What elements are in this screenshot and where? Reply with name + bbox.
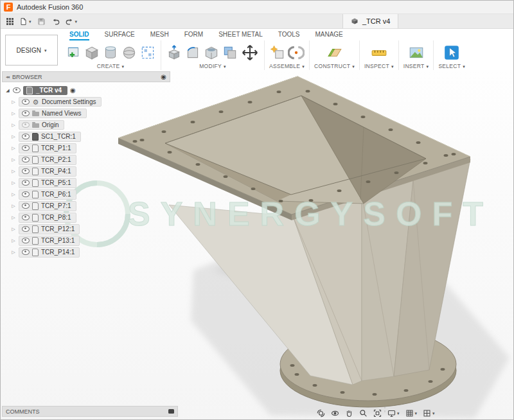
comments-bar[interactable]: COMMENTS: [2, 406, 178, 417]
new-file-icon[interactable]: ▾: [19, 17, 31, 26]
tab-tools[interactable]: TOOLS: [278, 31, 300, 40]
viewport-canvas[interactable]: SYNERGYSOFT ◂◂ BROWSER ◉ ◢ _TCR v4 ◉: [1, 70, 513, 419]
assemble-new-component-icon[interactable]: [269, 44, 286, 61]
document-tab-label: _TCR v4: [362, 17, 390, 25]
expanded-icon[interactable]: ◢: [5, 88, 10, 93]
expand-icon[interactable]: ▷: [11, 111, 16, 116]
viewports-icon[interactable]: ▾: [423, 409, 435, 417]
visibility-eye-icon[interactable]: [22, 203, 30, 209]
expand-icon[interactable]: ▷: [11, 123, 16, 128]
expand-icon[interactable]: ▷: [11, 169, 16, 174]
panel-options-icon[interactable]: ◉: [161, 74, 166, 80]
document-tab[interactable]: _TCR v4: [342, 14, 398, 28]
tab-form[interactable]: FORM: [184, 31, 203, 40]
design-menu-button[interactable]: DESIGN ▾: [5, 35, 58, 66]
expand-icon[interactable]: ▷: [11, 157, 16, 162]
create-cylinder-icon[interactable]: [102, 44, 119, 61]
chevron-down-icon: ▾: [224, 64, 226, 69]
tab-manage[interactable]: MANAGE: [315, 31, 342, 40]
browser-item[interactable]: ▷ TCR_P7:1: [11, 200, 170, 211]
ribbon-tabs: SOLID SURFACE MESH FORM SHEET METAL TOOL…: [60, 29, 513, 40]
group-create: CREATE▾: [60, 40, 161, 71]
visibility-eye-icon[interactable]: [22, 110, 30, 116]
save-icon[interactable]: [37, 17, 46, 26]
comment-bubble-icon[interactable]: [168, 409, 174, 414]
insert-image-icon[interactable]: [408, 44, 425, 61]
browser-item[interactable]: ▷ TCR_P1:1: [11, 143, 170, 153]
item-type-icon: [32, 191, 39, 198]
create-box-icon[interactable]: [84, 44, 100, 61]
browser-item[interactable]: ▷ TCR_P5:1: [11, 177, 170, 188]
browser-header[interactable]: ◂◂ BROWSER ◉: [2, 71, 170, 82]
browser-item[interactable]: ▷ Named Views: [11, 108, 170, 119]
modify-shell-icon[interactable]: [203, 44, 220, 61]
visibility-eye-icon[interactable]: [22, 180, 30, 186]
zoom-icon[interactable]: [359, 409, 368, 417]
visibility-eye-icon[interactable]: [22, 226, 30, 232]
visibility-eye-icon[interactable]: [22, 134, 30, 139]
expand-icon[interactable]: ▷: [11, 134, 16, 139]
visibility-eye-icon[interactable]: [22, 168, 30, 174]
expand-icon[interactable]: ▷: [11, 146, 16, 151]
look-at-icon[interactable]: [331, 409, 339, 417]
app-grid-menu-icon[interactable]: [6, 17, 13, 25]
browser-item-label: TCR_P12:1: [41, 225, 75, 232]
assemble-joint-icon[interactable]: [288, 44, 305, 61]
expand-icon[interactable]: ▷: [11, 192, 16, 197]
group-select: SELECT▾: [433, 40, 470, 71]
modify-combine-icon[interactable]: [222, 44, 238, 61]
tab-solid[interactable]: SOLID: [69, 31, 89, 40]
browser-root-item[interactable]: ◢ _TCR v4 ◉: [5, 85, 170, 96]
expand-icon[interactable]: ▷: [11, 204, 16, 209]
visibility-eye-icon[interactable]: [22, 191, 30, 197]
browser-item[interactable]: ▷ TCR_P14:1: [11, 247, 170, 258]
browser-item[interactable]: ▷ Origin: [11, 119, 170, 130]
visibility-eye-icon[interactable]: [22, 122, 30, 128]
modify-press-pull-icon[interactable]: [166, 44, 182, 61]
display-settings-icon[interactable]: ▾: [387, 409, 400, 417]
visibility-eye-icon[interactable]: [22, 238, 30, 243]
expand-icon[interactable]: ▷: [11, 227, 16, 232]
tab-surface[interactable]: SURFACE: [105, 31, 135, 40]
browser-item[interactable]: ▷ TCR_P6:1: [11, 189, 170, 200]
visibility-eye-icon[interactable]: [13, 87, 21, 93]
pan-icon[interactable]: [345, 409, 353, 417]
chevron-down-icon: ▾: [44, 48, 47, 53]
browser-item[interactable]: ▷ TCR_P12:1: [11, 223, 170, 234]
undo-icon[interactable]: [51, 17, 60, 26]
create-sketch-icon[interactable]: [65, 44, 82, 61]
expand-icon[interactable]: ▷: [11, 180, 16, 186]
expand-icon[interactable]: ▷: [11, 100, 16, 105]
tab-mesh[interactable]: MESH: [150, 31, 169, 40]
browser-item[interactable]: ▷ TCR_P2:1: [11, 154, 170, 165]
create-pattern-icon[interactable]: [139, 44, 156, 61]
visibility-eye-icon[interactable]: [22, 99, 30, 105]
collapse-panel-icon[interactable]: ◂◂: [6, 74, 9, 80]
construct-plane-icon[interactable]: [326, 44, 343, 61]
grid-layout-icon[interactable]: ▾: [405, 409, 418, 417]
document-icon: [26, 87, 33, 94]
expand-icon[interactable]: ▷: [11, 238, 16, 243]
expand-icon[interactable]: ▷: [11, 215, 16, 220]
visibility-eye-icon[interactable]: [22, 145, 30, 151]
create-sphere-icon[interactable]: [121, 44, 137, 61]
visibility-eye-icon[interactable]: [22, 249, 30, 255]
orbit-icon[interactable]: [317, 409, 325, 417]
modify-fillet-icon[interactable]: [184, 44, 201, 61]
visibility-eye-icon[interactable]: [22, 214, 30, 220]
browser-item[interactable]: ▷ TCR_P8:1: [11, 212, 170, 223]
browser-item[interactable]: ▷ TCR_P13:1: [11, 235, 170, 246]
browser-item[interactable]: ▷ TCR_P4:1: [11, 166, 170, 177]
move-tool-icon[interactable]: [240, 43, 260, 62]
item-type-icon: [32, 144, 39, 152]
fit-to-window-icon[interactable]: [373, 409, 382, 417]
browser-item[interactable]: ▷ SC1_TCR:1: [11, 131, 170, 142]
capture-position-icon[interactable]: ◉: [70, 87, 76, 94]
inspect-measure-icon[interactable]: [371, 44, 387, 61]
redo-icon[interactable]: ▾: [66, 17, 78, 26]
select-cursor-icon[interactable]: [443, 44, 460, 61]
visibility-eye-icon[interactable]: [22, 157, 30, 162]
browser-item[interactable]: ▷ ⚙ Document Settings: [11, 96, 170, 107]
expand-icon[interactable]: ▷: [11, 250, 16, 255]
tab-sheet-metal[interactable]: SHEET METAL: [218, 31, 263, 40]
